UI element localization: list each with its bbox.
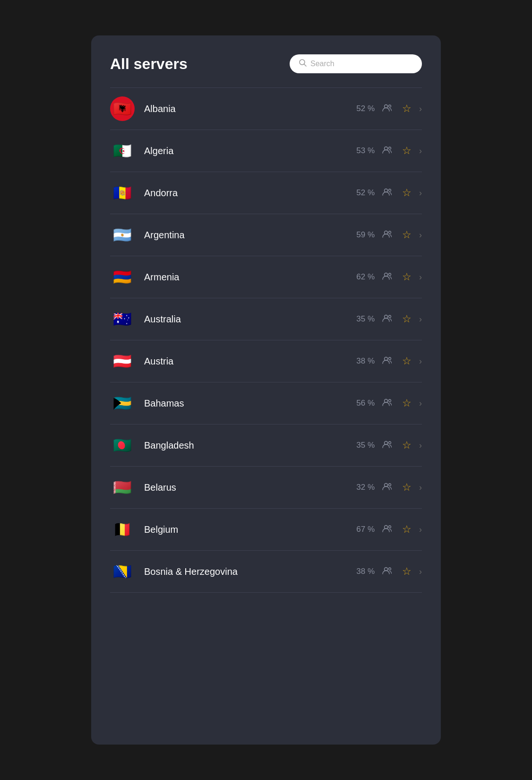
country-name-armenia: Armenia — [144, 272, 353, 283]
chevron-armenia: › — [419, 272, 422, 282]
chevron-australia: › — [419, 314, 422, 324]
svg-point-9 — [389, 231, 391, 234]
flag-australia — [110, 307, 135, 331]
favorite-belarus[interactable]: ☆ — [402, 481, 412, 494]
server-stats-albania: 52 % — [353, 104, 393, 114]
favorite-armenia[interactable]: ☆ — [402, 271, 412, 283]
server-item-belarus[interactable]: Belarus 32 % ☆ › — [110, 467, 422, 509]
search-icon — [299, 59, 307, 69]
favorite-austria[interactable]: ☆ — [402, 355, 412, 367]
server-item-albania[interactable]: Albania 52 % ☆ › — [110, 88, 422, 130]
server-stats-austria: 38 % — [353, 356, 393, 366]
svg-point-19 — [389, 442, 391, 444]
chevron-austria: › — [419, 356, 422, 366]
chevron-andorra: › — [419, 188, 422, 198]
users-icon-armenia — [382, 272, 393, 282]
users-icon-belgium — [382, 525, 393, 535]
favorite-bosnia[interactable]: ☆ — [402, 565, 412, 578]
favorite-bahamas[interactable]: ☆ — [402, 397, 412, 409]
svg-point-23 — [389, 526, 391, 528]
users-icon-argentina — [382, 230, 393, 240]
server-stats-belgium: 67 % — [353, 525, 393, 535]
load-bosnia: 38 % — [353, 567, 375, 576]
server-stats-bangladesh: 35 % — [353, 441, 393, 451]
page-title: All servers — [110, 55, 188, 73]
users-icon-bangladesh — [382, 441, 393, 451]
flag-bahamas — [110, 391, 135, 416]
load-australia: 35 % — [353, 314, 375, 324]
server-item-argentina[interactable]: Argentina 59 % ☆ › — [110, 214, 422, 256]
server-stats-algeria: 53 % — [353, 146, 393, 156]
chevron-belarus: › — [419, 483, 422, 493]
server-item-austria[interactable]: Austria 38 % ☆ › — [110, 340, 422, 382]
server-item-algeria[interactable]: Algeria 53 % ☆ › — [110, 130, 422, 172]
svg-point-11 — [389, 273, 391, 276]
users-icon-belarus — [382, 483, 393, 493]
load-bahamas: 56 % — [353, 399, 375, 408]
flag-belgium — [110, 517, 135, 542]
flag-belarus — [110, 475, 135, 500]
server-item-australia[interactable]: Australia 35 % ☆ › — [110, 298, 422, 340]
country-name-bosnia: Bosnia & Herzegovina — [144, 566, 353, 577]
favorite-albania[interactable]: ☆ — [402, 103, 412, 115]
chevron-bangladesh: › — [419, 441, 422, 451]
app-container: All servers Albania 52 % — [91, 35, 441, 745]
favorite-belgium[interactable]: ☆ — [402, 523, 412, 536]
users-icon-bahamas — [382, 399, 393, 408]
load-belarus: 32 % — [353, 483, 375, 492]
country-name-argentina: Argentina — [144, 230, 353, 241]
svg-point-21 — [389, 484, 391, 486]
flag-algeria — [110, 139, 135, 163]
country-name-austria: Austria — [144, 356, 353, 367]
users-icon-austria — [382, 356, 393, 366]
server-item-bosnia[interactable]: Bosnia & Herzegovina 38 % ☆ › — [110, 551, 422, 593]
server-item-bahamas[interactable]: Bahamas 56 % ☆ › — [110, 382, 422, 425]
svg-point-15 — [389, 357, 391, 360]
favorite-bangladesh[interactable]: ☆ — [402, 439, 412, 451]
load-armenia: 62 % — [353, 272, 375, 282]
server-stats-andorra: 52 % — [353, 188, 393, 198]
flag-andorra — [110, 181, 135, 205]
flag-bangladesh — [110, 433, 135, 458]
load-albania: 52 % — [353, 104, 375, 113]
country-name-bahamas: Bahamas — [144, 398, 353, 409]
users-icon-bosnia — [382, 567, 393, 577]
chevron-belgium: › — [419, 525, 422, 535]
users-icon-australia — [382, 314, 393, 324]
search-input[interactable] — [310, 60, 412, 68]
server-item-andorra[interactable]: Andorra 52 % ☆ › — [110, 172, 422, 214]
chevron-argentina: › — [419, 230, 422, 240]
load-belgium: 67 % — [353, 525, 375, 534]
flag-austria — [110, 349, 135, 373]
server-stats-argentina: 59 % — [353, 230, 393, 240]
server-item-bangladesh[interactable]: Bangladesh 35 % ☆ › — [110, 425, 422, 467]
svg-point-25 — [389, 568, 391, 570]
favorite-andorra[interactable]: ☆ — [402, 187, 412, 199]
country-name-bangladesh: Bangladesh — [144, 440, 353, 451]
server-item-armenia[interactable]: Armenia 62 % ☆ › — [110, 256, 422, 298]
flag-armenia — [110, 265, 135, 289]
svg-point-17 — [389, 399, 391, 402]
country-name-belgium: Belgium — [144, 524, 353, 535]
chevron-algeria: › — [419, 146, 422, 156]
header: All servers — [110, 54, 422, 73]
load-algeria: 53 % — [353, 146, 375, 156]
server-stats-armenia: 62 % — [353, 272, 393, 282]
load-austria: 38 % — [353, 356, 375, 366]
flag-albania — [110, 96, 135, 121]
flag-bosnia — [110, 559, 135, 584]
svg-point-7 — [389, 189, 391, 191]
users-icon-algeria — [382, 146, 393, 156]
country-name-albania: Albania — [144, 104, 353, 114]
server-stats-belarus: 32 % — [353, 483, 393, 493]
flag-argentina — [110, 223, 135, 247]
users-icon-albania — [382, 104, 393, 114]
load-andorra: 52 % — [353, 188, 375, 198]
favorite-algeria[interactable]: ☆ — [402, 145, 412, 157]
server-item-belgium[interactable]: Belgium 67 % ☆ › — [110, 509, 422, 551]
country-name-belarus: Belarus — [144, 482, 353, 493]
server-list: Albania 52 % ☆ › Algeria 53 % — [110, 88, 422, 593]
favorite-argentina[interactable]: ☆ — [402, 229, 412, 241]
favorite-australia[interactable]: ☆ — [402, 313, 412, 325]
users-icon-andorra — [382, 188, 393, 198]
